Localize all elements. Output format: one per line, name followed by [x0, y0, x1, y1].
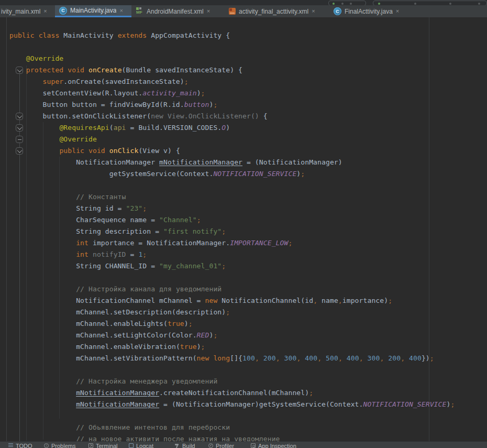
statusbar-item-label: Terminal [96, 443, 118, 448]
tab-close-icon[interactable]: × [43, 8, 47, 14]
code-line-5[interactable]: super.onCreate(savedInstanceState); [9, 76, 455, 88]
code-line-9[interactable]: @RequiresApi(api = Build.VERSION_CODES.O… [9, 122, 455, 134]
statusbar-item-todo[interactable]: TODO [8, 443, 32, 448]
code-line-8[interactable]: button.setOnClickListener(new View.OnCli… [9, 111, 455, 122]
fold-marker-line-9[interactable] [16, 124, 23, 132]
statusbar-item-app-inspection[interactable]: App Inspection [251, 443, 296, 448]
statusbar-item-build[interactable]: Build [175, 443, 195, 448]
code-line-13[interactable]: getSystemService(Context.NOTIFICATION_SE… [9, 168, 455, 180]
code-line-7[interactable]: Button button = findViewById(R.id.button… [9, 99, 455, 111]
statusbar-item-label: Build [182, 443, 195, 448]
code-line-2[interactable] [9, 41, 455, 53]
code-area[interactable]: public class MainActivity extends AppCom… [0, 30, 455, 445]
code-line-29[interactable]: mChannel.setVibrationPattern(new long[]{… [9, 353, 455, 364]
fold-marker-line-11[interactable] [16, 147, 23, 155]
code-line-11[interactable]: public void onClick(View v) { [9, 145, 455, 157]
code-line-27[interactable]: mChannel.setLightColor(Color.RED); [9, 330, 455, 341]
tab-close-icon[interactable]: × [312, 8, 315, 14]
toolbar-dot [414, 3, 416, 5]
statusbar-item-label: App Inspection [258, 443, 296, 448]
fold-marker-line-4[interactable] [16, 67, 23, 74]
code-line-12[interactable]: NotificationManager mNotificationManager… [9, 157, 455, 168]
problems-icon: ! [44, 443, 49, 448]
statusbar-item-problems[interactable]: !Problems [44, 443, 75, 448]
tab-label: ivity_main.xml [1, 8, 40, 15]
code-line-25[interactable]: mChannel.setDescription(description); [9, 307, 455, 318]
tab-ivity-main-xml[interactable]: ivity_main.xml× [0, 5, 55, 17]
statusbar-item-label: Problems [51, 443, 75, 448]
statusbar-item-label: TODO [16, 443, 32, 448]
code-line-19[interactable]: int importance = NotificationManager.IMP… [9, 237, 455, 249]
statusbar-item-profiler[interactable]: Profiler [208, 443, 234, 448]
android-studio-window: ivity_main.xml×CMainActivity.java×MFAndr… [0, 0, 487, 448]
code-line-4[interactable]: protected void onCreate(Bundle savedInst… [9, 64, 455, 76]
tab-label: MainActivity.java [70, 7, 116, 14]
tab-androidmanifest-xml[interactable]: MFAndroidManifest.xml× [131, 5, 225, 17]
code-editor[interactable]: public class MainActivity extends AppCom… [0, 17, 487, 442]
code-line-10[interactable]: @Override [9, 134, 455, 145]
tab-activity-final-acttivity-xml[interactable]: activity_final_acttivity.xml× [225, 5, 329, 17]
code-line-33[interactable]: mNotificationManager = (NotificationMana… [9, 399, 455, 410]
java-class-icon: C [334, 7, 341, 15]
toolbar-dot [350, 3, 352, 5]
tab-label: activity_final_acttivity.xml [239, 8, 308, 15]
statusbar-item-logcat[interactable]: Logcat [129, 443, 153, 448]
toolbar-dot [449, 3, 451, 5]
code-line-1[interactable]: public class MainActivity extends AppCom… [9, 30, 455, 41]
fold-marker-line-10[interactable] [16, 136, 23, 143]
tab-label: AndroidManifest.xml [147, 8, 204, 15]
tab-close-icon[interactable]: × [119, 8, 123, 14]
statusbar-item-terminal[interactable]: Terminal [88, 443, 118, 448]
appinspect-icon [251, 443, 256, 448]
tab-close-icon[interactable]: × [207, 8, 210, 14]
run-status-dot [378, 3, 380, 5]
code-line-30[interactable] [9, 364, 455, 376]
code-line-35[interactable]: // Обьявление интентов для переброски [9, 422, 455, 433]
editor-tab-bar: ivity_main.xml×CMainActivity.java×MFAndr… [0, 5, 487, 17]
code-line-32[interactable]: mNotificationManager.createNotificationC… [9, 387, 455, 399]
code-line-34[interactable] [9, 410, 455, 422]
code-line-28[interactable]: mChannel.enableVibration(true); [9, 341, 455, 353]
code-line-16[interactable]: String id = "23"; [9, 203, 455, 214]
terminal-icon [88, 443, 93, 448]
logcat-icon [129, 443, 134, 448]
statusbar-item-label: Logcat [136, 443, 153, 448]
tab-mainactivity-java[interactable]: CMainActivity.java× [55, 5, 131, 17]
status-bar: TODO!ProblemsTerminalLogcatBuildProfiler… [0, 441, 487, 448]
code-line-31[interactable]: // Настройка менеджера уведомлений [9, 376, 455, 387]
fold-marker-line-8[interactable] [16, 113, 23, 120]
code-line-3[interactable]: @Override [9, 53, 455, 64]
layout-file-icon [229, 8, 236, 15]
code-line-23[interactable]: // Настройка канала для уведомлений [9, 283, 455, 295]
code-line-15[interactable]: // Константы [9, 191, 455, 203]
code-line-22[interactable] [9, 272, 455, 283]
toolbar-dot [478, 3, 480, 5]
manifest-file-icon: MF [136, 7, 143, 15]
code-line-6[interactable]: setContentView(R.layout.activity_main); [9, 88, 455, 99]
code-line-24[interactable]: NotificationChannel mChannel = new Notif… [9, 295, 455, 307]
code-line-26[interactable]: mChannel.enableLights(true); [9, 318, 455, 330]
tab-label: FinalActtivity.java [345, 8, 393, 15]
todo-icon [8, 443, 13, 448]
code-line-14[interactable] [9, 180, 455, 191]
java-class-icon: C [59, 7, 67, 15]
run-status-dot [333, 3, 335, 5]
code-line-17[interactable]: CharSequence name = "Channel"; [9, 214, 455, 226]
tab-close-icon[interactable]: × [396, 8, 399, 14]
tab-finalacttivity-java[interactable]: CFinalActtivity.java× [329, 5, 410, 17]
code-line-21[interactable]: String CHANNEL_ID = "my_channel_01"; [9, 260, 455, 272]
profiler-icon [208, 443, 213, 448]
toolbar-dot [341, 3, 344, 5]
build-icon [175, 443, 180, 448]
code-line-20[interactable]: int notifyID = 1; [9, 249, 455, 260]
code-line-18[interactable]: String description = "first notify"; [9, 226, 455, 237]
statusbar-item-label: Profiler [216, 443, 234, 448]
